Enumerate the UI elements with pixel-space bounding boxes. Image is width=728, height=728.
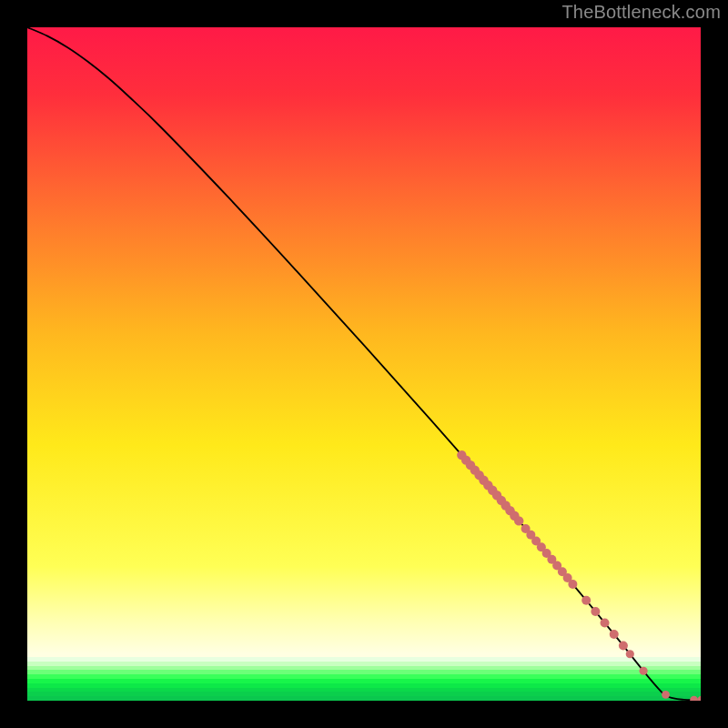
data-point — [610, 630, 619, 639]
chart-container: TheBottleneck.com — [0, 0, 728, 728]
data-point — [619, 642, 628, 651]
curve-dots — [457, 450, 701, 701]
data-point — [568, 580, 577, 589]
data-point — [591, 607, 600, 616]
data-point — [640, 667, 648, 675]
data-point — [601, 618, 610, 627]
data-point — [626, 650, 634, 658]
bottleneck-curve — [27, 27, 701, 700]
plot-area — [27, 27, 701, 701]
attribution-label: TheBottleneck.com — [561, 2, 721, 23]
data-point — [690, 696, 698, 701]
chart-svg — [27, 27, 701, 701]
data-point — [581, 596, 591, 605]
data-point — [514, 516, 523, 525]
data-point — [662, 691, 670, 699]
data-point — [697, 696, 701, 701]
